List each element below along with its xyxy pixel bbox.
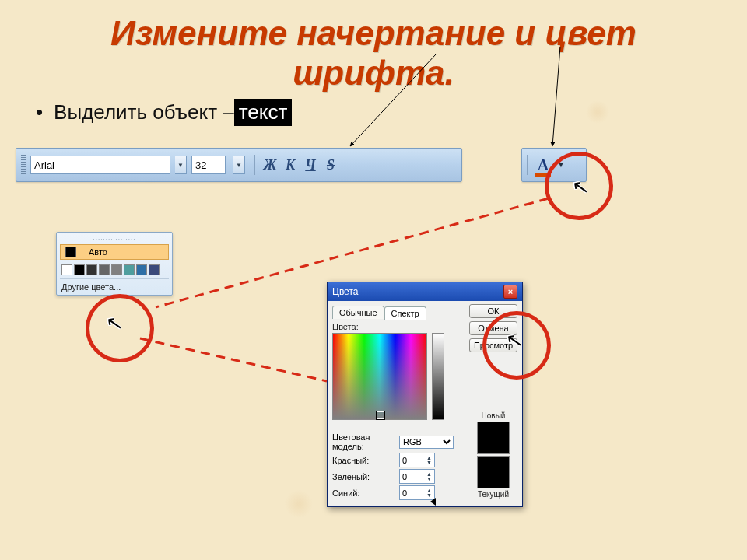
formatting-toolbar: Arial ▼ 32 ▼ Ж К Ч S [16,148,462,182]
preview-button[interactable]: Просмотр [469,338,517,352]
svg-line-3 [140,338,327,381]
spinner-icon[interactable]: ▲▼ [426,472,432,481]
spinner-icon[interactable]: ▲▼ [426,456,432,465]
color-swatch[interactable] [111,264,122,275]
tab-standard[interactable]: Обычные [332,306,384,319]
font-color-icon[interactable]: A [534,156,552,174]
cancel-button[interactable]: Отмена [469,321,517,335]
bold-button[interactable]: Ж [260,157,280,173]
current-label: Текущий [472,490,514,499]
color-swatch[interactable] [136,264,147,275]
bullet-icon: • [36,100,43,124]
font-name-input[interactable]: Arial [30,156,170,174]
close-icon[interactable]: × [503,285,517,299]
brightness-slider[interactable] [432,333,444,420]
toolbar-grip-icon[interactable] [21,155,26,175]
bullet-line: • Выделить объект – текст [0,96,747,134]
color-crosshair-icon[interactable] [377,411,384,419]
preview-swatch-new [477,422,510,454]
green-label: Зелёный: [332,472,399,481]
color-swatch[interactable] [124,264,135,275]
font-size-dropdown-icon[interactable]: ▼ [233,156,245,174]
color-swatch[interactable] [74,264,85,275]
font-size-input[interactable]: 32 [191,156,226,174]
auto-color-swatch-icon [65,247,76,257]
underline-button[interactable]: Ч [300,157,321,173]
font-name-dropdown-icon[interactable]: ▼ [175,156,187,174]
color-model-label: Цветовая модель: [332,432,399,451]
color-swatch[interactable] [149,264,160,275]
brightness-slider-handle-icon[interactable] [430,498,436,506]
font-color-dropdown-icon[interactable]: ▼ [556,155,566,175]
color-popup: ················· Авто Другие цвета... [56,232,173,296]
cursor-icon: ↖ [103,310,124,336]
color-field[interactable] [332,333,427,420]
red-input[interactable]: 0▲▼ [399,453,435,467]
separator [254,155,255,175]
blue-label: Синий: [332,488,399,498]
italic-button[interactable]: К [280,157,300,173]
more-colors-button[interactable]: Другие цвета... [60,278,169,292]
color-swatch[interactable] [86,264,97,275]
color-preview: Новый Текущий [472,411,514,499]
auto-color-label: Авто [89,247,107,257]
new-label: Новый [472,411,514,420]
preview-swatch-current [477,456,510,488]
dialog-title: Цвета [332,286,358,297]
red-label: Красный: [332,456,399,465]
popup-grip-icon[interactable]: ················· [60,236,169,243]
highlighted-word: текст [234,99,293,126]
dialog-titlebar[interactable]: Цвета × [328,282,522,301]
color-swatch[interactable] [99,264,110,275]
highlight-circle-icon [86,294,154,362]
green-input[interactable]: 0▲▼ [399,469,435,484]
tab-spectrum[interactable]: Спектр [384,306,426,320]
slide-title: Измените начертание и цвет шрифта. [0,0,747,96]
ok-button[interactable]: ОК [469,304,517,318]
color-swatch[interactable] [61,264,72,275]
font-color-button[interactable]: A ▼ [521,148,587,182]
auto-color-button[interactable]: Авто [60,244,169,260]
color-model-select[interactable]: RGB [399,436,454,449]
colors-dialog: Цвета × Обычные Спектр ОК Отмена Просмот… [327,282,523,507]
bullet-text: Выделить объект – [54,100,234,124]
color-swatch-grid [60,263,169,278]
strike-button[interactable]: S [321,157,341,173]
separator [527,155,528,175]
spinner-icon[interactable]: ▲▼ [426,488,432,498]
